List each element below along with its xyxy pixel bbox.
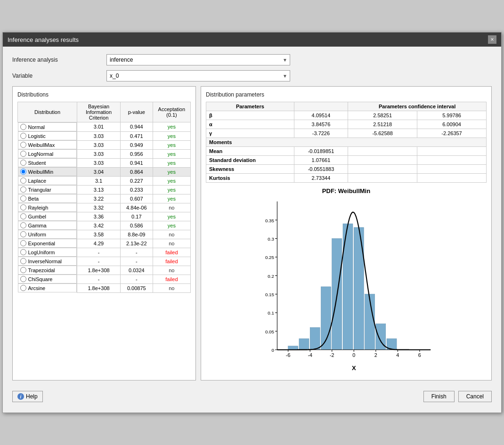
dist-radio-cell[interactable]: Exponential — [20, 240, 56, 246]
dist-pvalue: - — [120, 275, 153, 283]
info-icon: i — [17, 393, 24, 400]
dist-radio-3[interactable] — [20, 151, 26, 157]
dist-radio-13[interactable] — [20, 240, 26, 246]
dist-params-panel: Distribution parameters Parameters Param… — [201, 86, 492, 380]
dist-pvalue: 0.233 — [120, 185, 153, 194]
variable-select[interactable]: x_0 — [106, 70, 290, 81]
svg-text:0.15: 0.15 — [265, 292, 275, 297]
finish-button[interactable]: Finish — [423, 391, 455, 402]
dist-radio-2[interactable] — [20, 142, 26, 148]
distributions-title: Distributions — [17, 91, 191, 98]
dist-radio-4[interactable] — [20, 160, 26, 166]
dist-radio-18[interactable] — [20, 285, 26, 291]
dist-radio-17[interactable] — [20, 276, 26, 282]
dist-pvalue: 0.864 — [120, 167, 153, 176]
cancel-button[interactable]: Cancel — [458, 391, 492, 402]
dist-radio-cell[interactable]: Arcsine — [20, 285, 46, 291]
dist-pvalue: 0.949 — [120, 140, 153, 149]
pdf-title: PDF: WeibullMin — [206, 187, 487, 194]
dist-name: InverseNormal — [28, 259, 62, 264]
dist-radio-cell[interactable]: Normal — [20, 124, 45, 130]
dist-bic: 3.42 — [77, 221, 121, 230]
dist-radio-5[interactable] — [20, 169, 26, 175]
dist-pvalue: - — [120, 257, 153, 266]
svg-text:0.35: 0.35 — [265, 218, 275, 223]
dist-radio-9[interactable] — [20, 204, 26, 210]
distributions-panel: Distributions Distribution Bayesian Info… — [12, 86, 196, 380]
dist-radio-6[interactable] — [20, 178, 26, 184]
dist-radio-12[interactable] — [20, 231, 26, 237]
param-symbol: α — [206, 120, 294, 129]
dist-radio-cell[interactable]: Trapezoidal — [20, 267, 55, 273]
footer-buttons: Finish Cancel — [423, 391, 492, 402]
param-ci-low: 2.51218 — [348, 120, 417, 129]
col-distribution: Distribution — [18, 102, 77, 122]
dist-bic: 3.03 — [77, 131, 121, 140]
close-button[interactable]: × — [488, 35, 496, 44]
dist-accept: failed — [153, 257, 190, 266]
footer: i Help Finish Cancel — [12, 388, 492, 405]
dist-name: Exponential — [28, 241, 56, 246]
dist-accept: no — [153, 283, 190, 292]
dist-bic: - — [77, 275, 121, 283]
dist-radio-0[interactable] — [20, 124, 26, 130]
dist-radio-cell[interactable]: Gumbel — [20, 213, 47, 219]
dist-radio-cell[interactable]: Gamma — [20, 222, 47, 228]
title-bar: Inference analyses results × — [3, 32, 501, 47]
dist-radio-cell[interactable]: LogNormal — [20, 151, 54, 157]
dist-accept: no — [153, 239, 190, 248]
dist-radio-cell[interactable]: InverseNormal — [20, 258, 62, 264]
dist-radio-16[interactable] — [20, 267, 26, 273]
dist-name: ChiSquare — [28, 276, 53, 282]
help-button[interactable]: i Help — [12, 391, 43, 402]
param-ci-low: 2.58251 — [348, 111, 417, 120]
dist-radio-cell[interactable]: Logistic — [20, 133, 46, 139]
dist-accept: no — [153, 203, 190, 212]
main-window: Inference analyses results × Inference a… — [2, 32, 502, 413]
dist-name: Student — [28, 160, 46, 166]
dist-radio-cell[interactable]: Laplace — [20, 178, 47, 184]
svg-rect-1 — [299, 339, 309, 350]
moment-value: -0.0551883 — [294, 165, 348, 174]
moment-ci2 — [417, 174, 487, 183]
dist-radio-cell[interactable]: LogUniform — [20, 249, 55, 255]
dist-radio-8[interactable] — [20, 195, 26, 202]
dist-accept: yes — [153, 122, 190, 132]
dist-pvalue: 0.471 — [120, 131, 153, 140]
dist-radio-15[interactable] — [20, 258, 26, 264]
dist-pvalue: 0.586 — [120, 221, 153, 230]
moment-ci1 — [348, 165, 417, 174]
dist-bic: 3.36 — [77, 212, 121, 221]
dist-accept: no — [153, 230, 190, 239]
dist-radio-cell[interactable]: Beta — [20, 195, 39, 202]
svg-text:-2: -2 — [330, 352, 334, 358]
dist-radio-10[interactable] — [20, 213, 26, 219]
window-title: Inference analyses results — [8, 36, 79, 43]
dist-radio-cell[interactable]: Rayleigh — [20, 204, 49, 210]
dist-name: Arcsine — [28, 285, 46, 291]
dist-radio-cell[interactable]: WeibullMin — [20, 169, 54, 175]
dist-radio-11[interactable] — [20, 222, 26, 228]
dist-radio-cell[interactable]: Triangular — [20, 186, 51, 193]
dist-pvalue: 8.8e-09 — [120, 230, 153, 239]
dist-name: Uniform — [28, 232, 47, 237]
inference-select[interactable]: inference — [106, 54, 290, 65]
param-ci-high: 5.99786 — [417, 111, 487, 120]
dist-pvalue: 2.13e-22 — [120, 239, 153, 248]
distributions-table: Distribution Bayesian Information Criter… — [17, 102, 191, 293]
param-value: 3.84576 — [294, 120, 348, 129]
dist-radio-14[interactable] — [20, 249, 26, 255]
dist-accept: yes — [153, 221, 190, 230]
inference-select-wrapper: inference ▼ — [106, 54, 290, 65]
dist-radio-cell[interactable]: Uniform — [20, 231, 47, 237]
svg-text:0: 0 — [271, 348, 274, 353]
dist-bic: 1.8e+308 — [77, 266, 121, 275]
dist-pvalue: 0.944 — [120, 122, 153, 132]
dist-radio-cell[interactable]: ChiSquare — [20, 276, 53, 282]
svg-text:-6: -6 — [286, 352, 291, 358]
dist-accept: no — [153, 266, 190, 275]
dist-radio-cell[interactable]: Student — [20, 160, 46, 166]
dist-radio-7[interactable] — [20, 186, 26, 193]
dist-radio-cell[interactable]: WeibullMax — [20, 142, 55, 148]
dist-radio-1[interactable] — [20, 133, 26, 139]
